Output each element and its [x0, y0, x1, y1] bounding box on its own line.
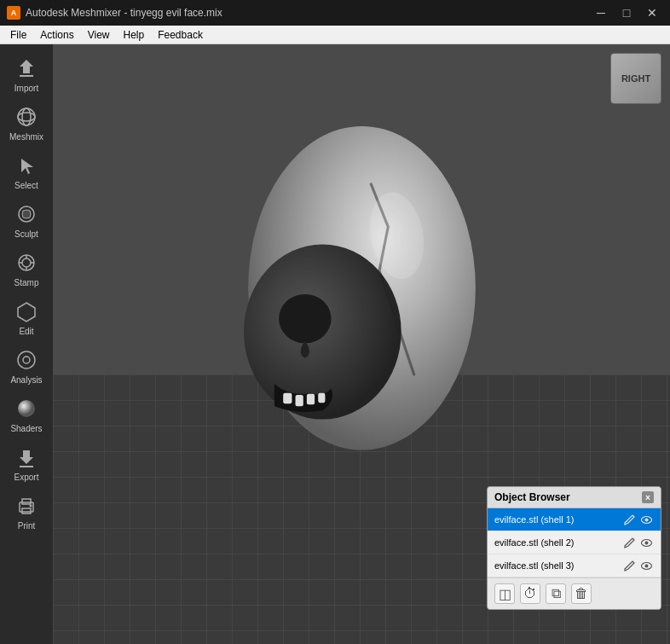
- ob-row-visibility-icon-shell3[interactable]: [638, 558, 654, 573]
- title-bar: A Autodesk Meshmixer - tinyegg evil face…: [0, 0, 670, 26]
- sidebar-item-meshmix[interactable]: Meshmix: [4, 100, 49, 145]
- svg-point-24: [279, 294, 332, 343]
- ob-delete-button[interactable]: 🗑: [571, 583, 592, 604]
- sidebar-label-sculpt: Sculpt: [14, 229, 38, 239]
- ob-row-visibility-icon-shell2[interactable]: [638, 535, 654, 550]
- svg-point-35: [644, 564, 648, 567]
- ob-row-edit-icon-shell2[interactable]: [621, 535, 637, 550]
- sidebar: ImportMeshmixSelectSculptStampEditAnalys…: [0, 44, 53, 644]
- select-icon: [13, 152, 40, 179]
- menu-item-actions[interactable]: Actions: [33, 27, 80, 43]
- ob-duplicate-button[interactable]: ⧉: [546, 583, 566, 604]
- sidebar-item-sculpt[interactable]: Sculpt: [4, 197, 49, 242]
- import-icon: [13, 55, 40, 82]
- ob-row-shell2[interactable]: evilface.stl (shell 2): [488, 531, 661, 554]
- object-browser-header: Object Browser ×: [488, 487, 661, 508]
- sidebar-item-select[interactable]: Select: [4, 148, 49, 194]
- maximize-button[interactable]: □: [615, 4, 638, 21]
- sidebar-label-shaders: Shaders: [10, 424, 42, 433]
- svg-marker-12: [18, 303, 35, 322]
- menu-item-view[interactable]: View: [81, 27, 117, 43]
- app-icon: A: [7, 6, 20, 20]
- svg-point-4: [22, 108, 31, 125]
- sidebar-item-edit[interactable]: Edit: [4, 294, 49, 339]
- svg-rect-26: [296, 395, 303, 406]
- edit-icon: [13, 298, 40, 325]
- menu-item-file[interactable]: File: [3, 27, 33, 43]
- svg-rect-27: [307, 394, 315, 404]
- ob-row-edit-icon-shell1[interactable]: [621, 512, 637, 527]
- svg-rect-25: [283, 393, 292, 403]
- ob-add-button[interactable]: ◫: [494, 583, 515, 604]
- svg-point-2: [18, 108, 35, 125]
- sidebar-item-analysis[interactable]: Analysis: [4, 343, 49, 388]
- sidebar-label-analysis: Analysis: [10, 375, 42, 385]
- object-browser-footer: ◫ ⏱ ⧉ 🗑: [488, 577, 661, 609]
- ob-clock-button[interactable]: ⏱: [520, 583, 540, 604]
- sidebar-label-meshmix: Meshmix: [9, 132, 43, 142]
- svg-rect-19: [22, 499, 31, 504]
- cube-face-right: RIGHT: [610, 53, 661, 104]
- ob-row-label-shell3: evilface.stl (shell 3): [494, 560, 620, 571]
- close-button[interactable]: ✕: [641, 4, 663, 21]
- svg-point-33: [644, 541, 648, 544]
- ob-row-shell1[interactable]: evilface.stl (shell 1): [488, 508, 661, 531]
- sidebar-item-print[interactable]: Print: [4, 489, 49, 534]
- shaders-icon: [13, 395, 40, 422]
- viewport[interactable]: RIGHT Object Browser × evilface.stl (she…: [53, 44, 670, 644]
- sculpt-icon: [13, 200, 40, 228]
- sidebar-item-export[interactable]: Export: [4, 440, 49, 485]
- minimize-button[interactable]: ─: [590, 4, 612, 21]
- object-browser-title: Object Browser: [494, 491, 570, 503]
- sidebar-label-print: Print: [18, 521, 36, 531]
- object-browser-panel: Object Browser × evilface.stl (shell 1)e…: [487, 486, 661, 610]
- svg-point-31: [644, 518, 648, 521]
- orientation-cube[interactable]: RIGHT: [610, 53, 661, 104]
- svg-rect-1: [20, 75, 33, 77]
- ob-row-label-shell1: evilface.stl (shell 1): [494, 514, 620, 525]
- window-title: Autodesk Meshmixer - tinyegg evil face.m…: [26, 7, 590, 19]
- sidebar-label-select: Select: [14, 181, 38, 190]
- svg-rect-28: [318, 393, 325, 403]
- sidebar-label-import: Import: [14, 84, 38, 93]
- svg-point-14: [23, 357, 30, 363]
- sidebar-item-shaders[interactable]: Shaders: [4, 392, 49, 437]
- svg-point-15: [18, 400, 35, 417]
- meshmix-icon: [13, 103, 40, 131]
- svg-point-7: [22, 258, 31, 267]
- menu-item-feedback[interactable]: Feedback: [151, 27, 210, 43]
- svg-rect-20: [22, 508, 31, 513]
- sidebar-item-import[interactable]: Import: [4, 51, 49, 96]
- svg-point-3: [18, 113, 35, 121]
- svg-point-21: [30, 505, 32, 508]
- export-icon: [13, 444, 40, 471]
- main-area: ImportMeshmixSelectSculptStampEditAnalys…: [0, 44, 670, 644]
- ob-row-label-shell2: evilface.stl (shell 2): [494, 537, 620, 548]
- model-viewport: [121, 96, 568, 533]
- print-icon: [13, 492, 40, 519]
- menu-bar: FileActionsViewHelpFeedback: [0, 26, 670, 44]
- svg-marker-16: [20, 450, 33, 464]
- sidebar-label-export: Export: [14, 473, 39, 482]
- sidebar-label-stamp: Stamp: [14, 278, 39, 287]
- analysis-icon: [13, 346, 40, 374]
- sidebar-label-edit: Edit: [19, 327, 33, 336]
- svg-rect-17: [20, 466, 33, 467]
- ob-row-shell3[interactable]: evilface.stl (shell 3): [488, 554, 661, 577]
- menu-item-help[interactable]: Help: [117, 27, 152, 43]
- svg-point-13: [18, 351, 35, 368]
- object-browser-close-button[interactable]: ×: [642, 491, 654, 503]
- ob-row-visibility-icon-shell1[interactable]: [638, 512, 654, 527]
- sidebar-item-stamp[interactable]: Stamp: [4, 246, 49, 291]
- svg-marker-0: [20, 60, 33, 73]
- object-browser-rows: evilface.stl (shell 1)evilface.stl (shel…: [488, 508, 661, 577]
- ob-row-edit-icon-shell3[interactable]: [621, 558, 637, 573]
- cube-label: RIGHT: [621, 73, 650, 84]
- window-controls: ─ □ ✕: [590, 4, 663, 21]
- stamp-icon: [13, 249, 40, 276]
